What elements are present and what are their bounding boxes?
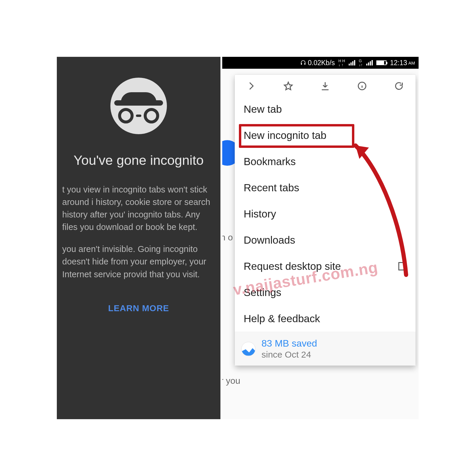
network-label-h: H H↓ ↑ bbox=[339, 59, 345, 67]
incognito-panel: You've gone incognito t you view in inco… bbox=[57, 57, 222, 419]
incognito-paragraph-1: t you view in incognito tabs won't stick… bbox=[62, 183, 215, 233]
data-saver-amount: 83 MB saved bbox=[262, 338, 317, 349]
chrome-overflow-menu: New tab New incognito tab Bookmarks Rece… bbox=[235, 75, 416, 366]
chrome-menu-panel: 0.02Kb/s H H↓ ↑ G↓↑ 12:13 AM h o r you i… bbox=[222, 57, 419, 419]
signal-1-icon bbox=[349, 60, 355, 65]
bg-text-1: h o bbox=[222, 232, 233, 242]
data-saver-since: since Oct 24 bbox=[262, 350, 317, 360]
incognito-paragraph-2: you aren't invisible. Going incognito do… bbox=[62, 243, 215, 280]
clock-ampm: AM bbox=[408, 60, 415, 65]
menu-item-recent-tabs[interactable]: Recent tabs bbox=[235, 175, 416, 201]
incognito-screen: You've gone incognito t you view in inco… bbox=[57, 57, 220, 419]
status-bar: 0.02Kb/s H H↓ ↑ G↓↑ 12:13 AM bbox=[222, 57, 419, 69]
menu-item-downloads[interactable]: Downloads bbox=[235, 227, 416, 253]
menu-item-request-desktop-site[interactable]: Request desktop site bbox=[235, 253, 416, 279]
net-speed: 0.02Kb/s bbox=[308, 59, 335, 67]
bg-text-3: ias bbox=[222, 418, 232, 419]
menu-item-new-tab[interactable]: New tab bbox=[235, 96, 416, 122]
bg-text-2: r you bbox=[222, 376, 240, 386]
battery-icon bbox=[376, 60, 386, 65]
menu-toolbar bbox=[235, 75, 416, 96]
svg-rect-0 bbox=[301, 63, 302, 65]
menu-item-settings[interactable]: Settings bbox=[235, 279, 416, 306]
reload-icon[interactable] bbox=[394, 81, 404, 91]
network-label-g: G↓↑ bbox=[359, 59, 363, 67]
download-icon[interactable] bbox=[320, 81, 331, 91]
menu-item-bookmarks[interactable]: Bookmarks bbox=[235, 148, 416, 175]
menu-item-new-incognito-tab[interactable]: New incognito tab bbox=[235, 122, 416, 148]
data-saver-footer[interactable]: 83 MB saved since Oct 24 bbox=[235, 332, 416, 366]
signal-2-icon bbox=[366, 60, 373, 65]
learn-more-link[interactable]: Learn More bbox=[108, 302, 169, 314]
clock-time: 12:13 bbox=[390, 59, 407, 67]
info-icon[interactable] bbox=[357, 81, 367, 91]
svg-rect-1 bbox=[304, 63, 305, 65]
menu-item-history[interactable]: History bbox=[235, 201, 416, 227]
incognito-title: You've gone incognito bbox=[73, 151, 203, 170]
star-icon[interactable] bbox=[283, 81, 294, 91]
desktop-site-checkbox[interactable] bbox=[398, 262, 407, 270]
forward-icon[interactable] bbox=[246, 81, 257, 91]
headphones-icon bbox=[300, 60, 306, 66]
data-saver-icon bbox=[241, 342, 256, 356]
incognito-icon bbox=[110, 78, 167, 134]
menu-item-help-feedback[interactable]: Help & feedback bbox=[235, 306, 416, 332]
